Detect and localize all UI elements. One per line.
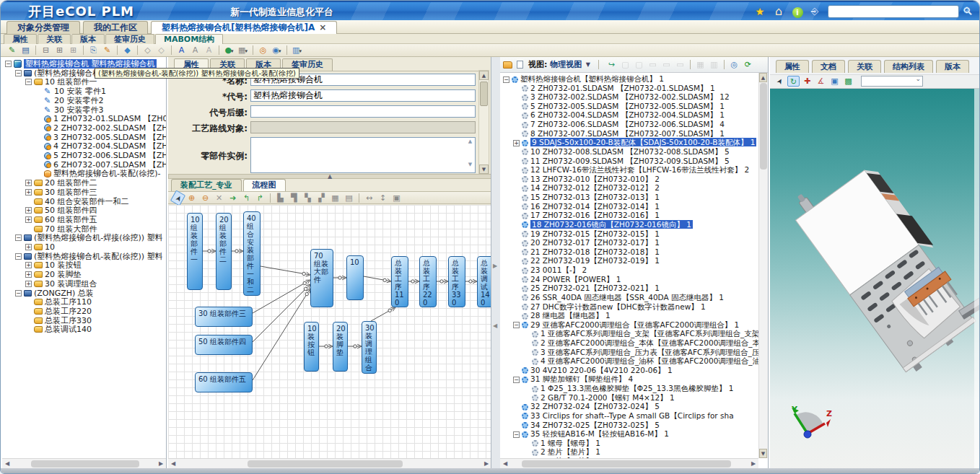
expand-icon[interactable]: + — [25, 262, 32, 268]
view-selector[interactable]: 物理视图 — [550, 60, 582, 69]
flow-node-n6[interactable]: 总装工序110 — [391, 256, 408, 307]
tree-node[interactable]: −22 ZH0732-019【ZH0732-019】 1 — [500, 256, 660, 265]
star-icon[interactable]: ★ — [753, 4, 767, 19]
preview-tab-2[interactable]: 文档 — [812, 60, 845, 73]
tree-node[interactable]: −✎20 安装零件2 — [2, 95, 104, 105]
module-tab-3[interactable]: 版本 — [71, 34, 105, 44]
expand-icon[interactable]: + — [25, 207, 32, 214]
tree-node[interactable]: −✎30 安装零件3 — [2, 105, 104, 114]
user-actions-icon[interactable]: ◉▾ — [271, 45, 283, 56]
chevron-down-icon[interactable]: ▼ — [586, 61, 590, 68]
flow-node-n7[interactable]: 总装工序220 — [419, 256, 437, 307]
module-tab-1[interactable]: 属性 — [4, 34, 37, 44]
tree-node[interactable]: −1 亚德客AFC系列调理组合_支架【亚德客AFC系列调理组合_支架】 — [500, 329, 767, 338]
tree-node[interactable]: −23 0011【-】 2 — [500, 265, 587, 274]
zoom-out-icon[interactable]: ⊖ — [199, 193, 211, 203]
tree-node[interactable]: −(塑料热熔接铆合机-装配(徐挖)) 塑料 — [2, 251, 163, 260]
bom-tree-hscrollbar[interactable]: ◀ ▶ — [500, 458, 758, 468]
expand-icon[interactable]: + — [513, 140, 520, 146]
tree-node[interactable]: +20 装脚垫 — [2, 269, 82, 278]
save-icon[interactable]: ▤ — [19, 45, 32, 56]
tree-node[interactable]: −20 ZH0732-017【ZH0732-017】 1 — [500, 238, 660, 247]
main-tab-2[interactable]: 我的工作区 — [83, 21, 148, 34]
tree-node[interactable]: −1 Φ25_13.3黑色橡胶脚垫【Φ25_13.3黑色橡胶脚垫】 1 — [500, 384, 734, 392]
data-ops-icon[interactable]: ▥▾ — [291, 45, 303, 56]
main-tab-1[interactable]: 对象分类管理 — [6, 21, 80, 34]
tree-node[interactable]: −塑料热熔接铆合机【塑料热熔接铆合机】 1 — [500, 74, 664, 83]
tree-node[interactable]: −29 亚德客AFC2000调理组合【亚德客AFC2000调理组合】 1 — [500, 320, 739, 329]
home-icon[interactable]: ⌂ — [771, 4, 786, 19]
flowchart-canvas[interactable]: 10 组装部件一20 组装部件二40 组合安装部件一和二70 组装大部件10总装… — [168, 205, 491, 458]
global-search-input[interactable] — [828, 5, 959, 18]
part-use-icon[interactable]: ◇ — [155, 45, 167, 56]
tree-node[interactable]: −26 SSR_40DA 固态继电器【SSR_40DA 固态继电器】 1 — [500, 293, 724, 302]
tree-node[interactable]: +9 SDAJS-50x100-20-B装配体【SDAJS-50x100-20-… — [500, 138, 756, 146]
collapse-icon[interactable]: − — [25, 79, 32, 85]
distribute-icon[interactable]: ▤ — [343, 193, 355, 203]
flow-node-n3[interactable]: 40 组合安装部件一和二 — [243, 211, 261, 296]
flow-hscrollbar[interactable]: ◀ ▶ — [168, 458, 491, 468]
tree-node[interactable]: −1 螺母【螺母】 1 — [500, 439, 600, 447]
flow-node-n9[interactable]: 总装调试140 — [477, 256, 491, 307]
tree-node[interactable]: −2 亚德客AFC2000调理组合_本体【亚德客AFC2000调理组合_本体 — [500, 338, 768, 347]
flow-node-n2[interactable]: 20 组装部件二 — [216, 213, 232, 290]
close-tab-icon[interactable]: × — [319, 22, 326, 32]
tree-node[interactable]: −34 ZH0732-025【ZH0732-025】 5 — [500, 421, 660, 429]
flow-node-n4[interactable]: 70 组装大部件 — [310, 249, 333, 307]
collapse-icon[interactable]: − — [513, 431, 520, 438]
viewport-3d[interactable]: Y Z — [770, 89, 980, 468]
tree-node[interactable]: +30 组装部件三 — [2, 187, 97, 196]
tree-node[interactable]: −10 ZH0732-008.SLDASM 【ZH0732-008.SLDASM… — [500, 147, 730, 156]
fit-width-icon[interactable]: ↔ — [363, 193, 375, 203]
tree-node[interactable]: −10 组装部件一 — [2, 76, 97, 86]
tree-node[interactable]: −70 组装大部件 — [2, 224, 97, 233]
align-bot-icon[interactable]: ▞ — [315, 193, 328, 203]
tree-node[interactable]: −31 脚垫加螺钉【脚垫组件】 4 — [500, 374, 633, 383]
form-vscrollbar[interactable]: ▲ ▼ — [478, 70, 489, 175]
same-size-icon[interactable]: ▦ — [329, 193, 341, 203]
collapse-icon[interactable]: − — [15, 290, 22, 297]
tree-node[interactable]: −3 ZH0732-005.SLDASM 【ZH0732-005.SLDASM】 — [2, 132, 166, 141]
tree-node[interactable]: −总装工序110 — [2, 297, 92, 306]
flow-node-n13[interactable]: 10 装按钮 — [304, 322, 319, 372]
tree-node[interactable]: +50 组装部件四 — [2, 205, 97, 214]
field-input[interactable] — [250, 105, 476, 118]
find-small-icon[interactable]: A — [189, 45, 201, 56]
find-icon[interactable]: ◎ — [728, 59, 740, 70]
nav-back-icon[interactable]: ↪ — [605, 59, 618, 70]
flow-node-n10[interactable]: 30 组装部件三 — [195, 307, 253, 327]
zoom-fit-icon[interactable]: ▩ — [842, 76, 854, 87]
nudge-left-icon[interactable]: ◀ — [493, 322, 497, 329]
tree-node[interactable]: −21 ZH0732-018【ZH0732-018】 1 — [500, 247, 660, 256]
tree-node[interactable]: −18 ZH0732-016镜向【ZH0732-016镜向】 1 — [500, 220, 693, 229]
tree-node[interactable]: −2 垫片【垫片】 1 — [500, 447, 600, 456]
tree-node[interactable]: −35 轻按钮AB16-M【轻按钮AB16-M】 1 — [500, 429, 669, 438]
collapse-icon[interactable]: − — [15, 253, 22, 260]
tree-node[interactable]: −6 ZH0732-004.SLDASM 【ZH0732-004.SLDASM】… — [500, 110, 725, 119]
folder-icon[interactable] — [503, 61, 512, 69]
preview-tab-1[interactable]: 属性 — [776, 60, 809, 73]
rotate-icon[interactable]: ↻ — [787, 76, 800, 87]
copy-struct-icon[interactable]: ⎘ — [87, 45, 100, 56]
tree-node[interactable]: −塑料热熔接铆合机 塑料热熔接铆合机 — [2, 58, 157, 68]
tree-node[interactable]: −8 ZH0732-007.SLDASM 【ZH0732-007.SLDASM】… — [500, 129, 725, 138]
tree-node[interactable]: −3 亚德客AFC系列调理组合_压力表【亚德客AFC系列调理组合_压力 — [500, 348, 767, 356]
tree-node[interactable]: −2 ZH0732-002.SLDASM 【ZH0732-002.SLDASM】 — [2, 123, 166, 132]
tree-node[interactable]: −5 ZH0732-006.SLDASM 【ZH0732-006.SLDASM】 — [2, 150, 166, 159]
tree-node[interactable]: −总装工序220 — [2, 306, 92, 315]
expand-icon[interactable]: + — [25, 189, 32, 196]
tree-node[interactable]: −17 ZH0732-016【ZH0732-016】 1 — [500, 211, 660, 219]
view3d-combo[interactable] — [861, 76, 923, 87]
collapse-icon[interactable]: − — [15, 70, 22, 76]
tree-node[interactable]: −塑料热熔接铆合机-装配(徐挖)- — [2, 168, 161, 177]
tree-node[interactable]: −16 ZH0732-014【ZH0732-014】 1 — [500, 202, 660, 211]
link-up-icon[interactable]: ↰ — [240, 193, 253, 203]
flow-tab-1[interactable]: 装配工艺_专业 — [171, 179, 242, 191]
tree-node[interactable]: +10 装按钮 — [2, 260, 82, 269]
page-icon[interactable] — [517, 61, 523, 69]
add-part-icon[interactable]: ◆ — [121, 45, 134, 56]
tree-node[interactable]: −7 ZH0732-006.SLDASM 【ZH0732-006.SLDASM】… — [500, 120, 725, 128]
tree-node[interactable]: −19 ZH0732-015【ZH0732-015】 1 — [500, 229, 660, 238]
preview-tab-4[interactable]: 结构列表 — [884, 60, 933, 73]
tree-node[interactable]: −13 ZH0732-010【ZH0732-010】 2 — [500, 175, 660, 183]
